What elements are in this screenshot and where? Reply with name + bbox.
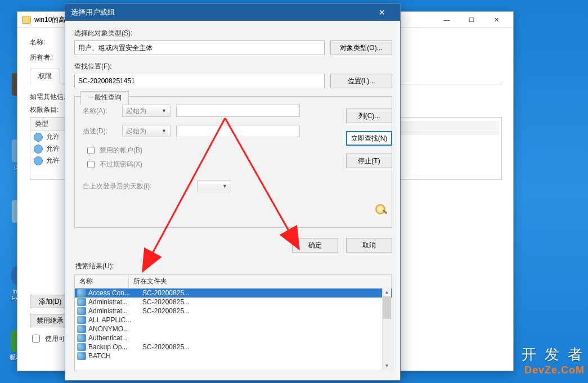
search-results-label: 搜索结果(U): <box>75 262 392 271</box>
group-icon <box>77 289 86 297</box>
group-icon <box>77 298 86 306</box>
result-row[interactable]: Authenticat... <box>75 334 392 343</box>
object-types-button[interactable]: 对象类型(O)... <box>330 40 392 55</box>
tab-common-queries[interactable]: 一般性查询 <box>80 91 129 105</box>
dialog-titlebar: 选择用户或组 ✕ <box>65 4 400 21</box>
cancel-button[interactable]: 取消 <box>346 238 392 253</box>
days-since-logon-label: 自上次登录后的天数(I): <box>83 182 161 191</box>
group-icon <box>77 316 86 324</box>
grid-header[interactable]: 名称 所在文件夹 <box>75 275 392 289</box>
find-now-button[interactable]: 立即查找(N) <box>346 131 392 146</box>
search-results-grid[interactable]: 名称 所在文件夹 Access Con...SC-20200825... Adm… <box>74 274 392 371</box>
result-row[interactable]: Backup Op...SC-20200825... <box>75 343 392 352</box>
location-field[interactable] <box>74 74 325 88</box>
disabled-accounts-checkbox[interactable]: 禁用的帐户(B) <box>85 145 384 156</box>
result-row[interactable]: ALL APPLIC... <box>75 316 392 325</box>
group-icon <box>77 343 86 351</box>
folder-icon <box>22 16 31 24</box>
group-icon <box>77 307 86 315</box>
dialog-close-button[interactable]: ✕ <box>370 4 394 21</box>
result-row[interactable]: Administrat...SC-20200825... <box>75 307 392 316</box>
name-label: 名称: <box>30 38 60 47</box>
common-queries-frame: 一般性查询 名称(A): 起始为▼ 描述(D): 起始为▼ 禁用的帐户(B) 不… <box>74 96 392 228</box>
dialog-title: 选择用户或组 <box>71 7 115 17</box>
result-row[interactable]: ANONYMO... <box>75 325 392 334</box>
user-icon <box>34 133 43 142</box>
results-scrollbar[interactable]: ▲ ▼ <box>382 287 391 370</box>
ok-button[interactable]: 确定 <box>292 238 338 253</box>
result-row[interactable]: BATCH <box>75 352 392 361</box>
query-name-label: 名称(A): <box>83 106 116 116</box>
result-row[interactable]: Administrat...SC-20200825... <box>75 298 392 307</box>
chevron-down-icon: ▼ <box>222 183 227 189</box>
columns-button[interactable]: 列(C)... <box>346 109 392 123</box>
owner-label: 所有者: <box>30 53 60 62</box>
group-icon <box>77 334 86 342</box>
desc-query-input[interactable] <box>176 125 300 137</box>
object-type-field[interactable] <box>74 40 325 55</box>
scroll-up-icon[interactable]: ▲ <box>383 287 391 296</box>
object-type-section-label: 选择此对象类型(S): <box>74 29 392 38</box>
scroll-thumb[interactable] <box>383 296 391 319</box>
watermark: 开 发 者 DevZe.CoM <box>522 345 588 376</box>
close-button[interactable]: ✕ <box>484 12 509 27</box>
search-icon <box>372 203 390 217</box>
user-icon <box>34 156 43 165</box>
minimize-button[interactable]: — <box>434 12 459 27</box>
select-user-group-dialog: 选择用户或组 ✕ 选择此对象类型(S): 对象类型(O)... 查找位置(F):… <box>65 3 401 381</box>
name-query-input[interactable] <box>176 105 300 117</box>
chevron-down-icon: ▼ <box>161 128 167 134</box>
stop-button[interactable]: 停止(T) <box>346 154 392 168</box>
maximize-button[interactable]: ☐ <box>459 12 484 27</box>
query-desc-label: 描述(D): <box>83 127 116 136</box>
result-row[interactable]: Access Con...SC-20200825... <box>75 289 392 298</box>
name-combo[interactable]: 起始为▼ <box>122 105 170 117</box>
group-icon <box>77 325 86 333</box>
user-icon <box>34 145 43 154</box>
non-expiring-pwd-checkbox[interactable]: 不过期密码(X) <box>85 159 384 170</box>
days-combo[interactable]: ▼ <box>198 180 231 192</box>
desc-combo[interactable]: 起始为▼ <box>122 125 170 137</box>
chevron-down-icon: ▼ <box>161 108 167 114</box>
locations-button[interactable]: 位置(L)... <box>330 74 392 88</box>
group-icon <box>77 352 86 360</box>
scroll-down-icon[interactable]: ▼ <box>383 361 391 370</box>
tab-permissions[interactable]: 权限 <box>30 69 60 84</box>
location-section-label: 查找位置(F): <box>74 62 392 71</box>
